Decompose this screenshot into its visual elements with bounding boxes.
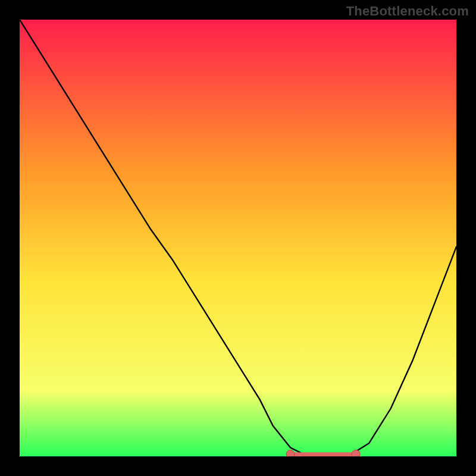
bottleneck-chart: [20, 20, 456, 456]
marker-right: [352, 450, 360, 456]
marker-left: [286, 450, 295, 456]
plot-area: [20, 20, 456, 456]
chart-container: TheBottleneck.com: [0, 0, 476, 476]
watermark-text: TheBottleneck.com: [346, 4, 469, 19]
gradient-background: [20, 20, 456, 456]
